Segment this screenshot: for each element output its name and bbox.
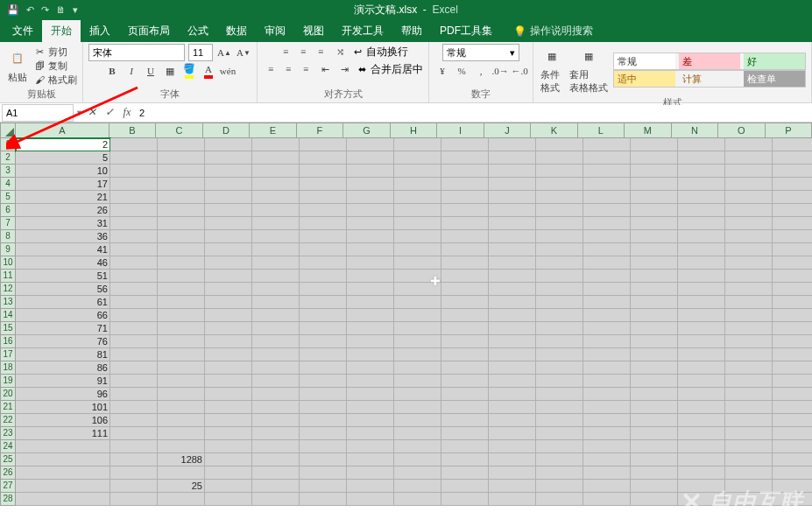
select-all-corner[interactable]: [0, 123, 16, 138]
cell[interactable]: [205, 493, 252, 506]
column-header[interactable]: B: [109, 123, 156, 138]
row-header[interactable]: 14: [0, 309, 16, 322]
cell[interactable]: [205, 178, 252, 191]
cell[interactable]: [300, 296, 347, 309]
cell[interactable]: [110, 256, 158, 270]
cell[interactable]: [205, 243, 252, 256]
cell[interactable]: [678, 375, 725, 388]
cell[interactable]: [489, 348, 536, 361]
cell[interactable]: [678, 178, 725, 191]
cell[interactable]: 17: [16, 178, 110, 191]
cell[interactable]: [347, 283, 394, 296]
cell[interactable]: [300, 388, 347, 401]
cell[interactable]: [205, 348, 252, 361]
cell[interactable]: [678, 256, 725, 270]
style-calc[interactable]: 计算: [679, 71, 740, 87]
cell[interactable]: [394, 322, 441, 335]
cell[interactable]: [441, 217, 489, 230]
cell[interactable]: [773, 493, 812, 506]
cell[interactable]: [773, 322, 812, 335]
cell[interactable]: [441, 493, 489, 506]
cell[interactable]: [16, 493, 110, 506]
cell[interactable]: [583, 138, 631, 151]
cell[interactable]: [678, 453, 725, 466]
cell[interactable]: [394, 243, 441, 256]
cell[interactable]: [583, 322, 631, 335]
cell[interactable]: [536, 375, 583, 388]
cell[interactable]: [725, 283, 773, 296]
cell[interactable]: [110, 283, 158, 296]
cell[interactable]: [441, 204, 489, 217]
column-header[interactable]: L: [578, 123, 625, 138]
cell[interactable]: [252, 348, 300, 361]
cell[interactable]: [678, 270, 725, 283]
fill-color-button[interactable]: 🪣: [181, 63, 197, 79]
cell[interactable]: [252, 335, 300, 348]
cell[interactable]: [725, 204, 773, 217]
cell[interactable]: [583, 440, 631, 453]
cell[interactable]: [773, 217, 812, 230]
cell[interactable]: [489, 322, 536, 335]
cell[interactable]: [773, 151, 812, 165]
cell[interactable]: [678, 335, 725, 348]
cell[interactable]: [441, 348, 489, 361]
cell[interactable]: [725, 191, 773, 204]
cell[interactable]: [347, 480, 394, 493]
cell[interactable]: [583, 466, 631, 480]
row-header[interactable]: 28: [0, 493, 16, 506]
copy-button[interactable]: 🗐复制: [33, 60, 77, 73]
cell[interactable]: [300, 335, 347, 348]
cell[interactable]: [489, 217, 536, 230]
cell[interactable]: [158, 296, 205, 309]
cell[interactable]: [536, 335, 583, 348]
cell[interactable]: [441, 375, 489, 388]
cell[interactable]: [773, 230, 812, 243]
cell[interactable]: [725, 388, 773, 401]
cell[interactable]: [536, 243, 583, 256]
cell[interactable]: [631, 309, 678, 322]
cell[interactable]: [394, 138, 441, 151]
row-header[interactable]: 26: [0, 466, 16, 480]
cell[interactable]: 2: [16, 138, 110, 151]
align-right-button[interactable]: ≡: [298, 61, 314, 77]
cell[interactable]: [252, 480, 300, 493]
column-header[interactable]: F: [297, 123, 343, 138]
cell[interactable]: [158, 375, 205, 388]
cell[interactable]: [252, 309, 300, 322]
cell[interactable]: [205, 309, 252, 322]
column-header[interactable]: K: [531, 123, 577, 138]
cell[interactable]: [252, 217, 300, 230]
cell[interactable]: [110, 178, 158, 191]
cell[interactable]: [536, 138, 583, 151]
cell[interactable]: [347, 138, 394, 151]
cell[interactable]: [536, 204, 583, 217]
cell[interactable]: [536, 151, 583, 165]
cell[interactable]: [110, 348, 158, 361]
cell[interactable]: [300, 414, 347, 427]
cell[interactable]: [252, 388, 300, 401]
cell[interactable]: [110, 361, 158, 375]
cell[interactable]: [347, 388, 394, 401]
cell[interactable]: [725, 151, 773, 165]
cell[interactable]: [394, 361, 441, 375]
cell[interactable]: [252, 243, 300, 256]
cell[interactable]: [583, 230, 631, 243]
cell[interactable]: [110, 217, 158, 230]
cell[interactable]: [583, 453, 631, 466]
cell[interactable]: [394, 230, 441, 243]
phonetic-button[interactable]: wén: [220, 63, 236, 79]
row-header[interactable]: 13: [0, 296, 16, 309]
cell[interactable]: [441, 256, 489, 270]
cell[interactable]: [158, 256, 205, 270]
cell[interactable]: [347, 309, 394, 322]
cell[interactable]: [489, 375, 536, 388]
cell[interactable]: [489, 243, 536, 256]
cell[interactable]: [536, 322, 583, 335]
cell[interactable]: [158, 466, 205, 480]
cell[interactable]: [347, 191, 394, 204]
cell[interactable]: [489, 309, 536, 322]
cell[interactable]: [725, 322, 773, 335]
cell[interactable]: [631, 191, 678, 204]
row-header[interactable]: 22: [0, 414, 16, 427]
cell[interactable]: [158, 243, 205, 256]
